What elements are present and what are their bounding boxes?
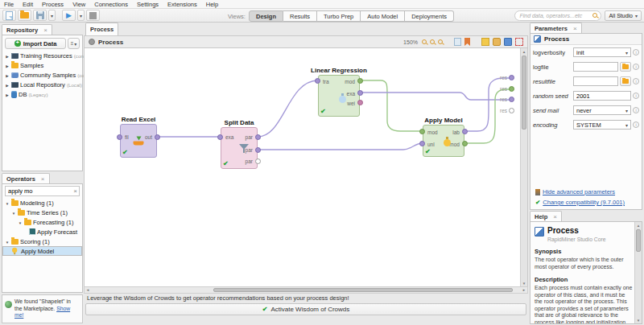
resultfile-browse-button[interactable] [620, 76, 631, 86]
process-tab[interactable]: Process [85, 23, 118, 35]
show-process-icon[interactable] [504, 38, 512, 46]
operator-group-time-series[interactable]: Time Series (1) [2, 208, 82, 217]
menu-connections[interactable]: Connections [94, 1, 128, 8]
canvas-horizontal-scrollbar[interactable] [84, 286, 528, 294]
port-wei[interactable] [357, 100, 363, 105]
tab-deployments[interactable]: Deployments [405, 10, 454, 22]
result-port-2[interactable] [509, 86, 514, 92]
logfile-browse-button[interactable] [620, 62, 631, 72]
menu-process[interactable]: Process [42, 1, 64, 8]
change-compatibility-link[interactable]: Change compatibility (9.7.001) [543, 199, 625, 206]
port-unl[interactable] [419, 141, 425, 146]
repository-tab[interactable]: Repository [2, 24, 52, 35]
port-mod-in[interactable] [419, 129, 425, 134]
port-tra[interactable] [315, 78, 320, 84]
breadcrumb[interactable]: Process [98, 39, 123, 46]
zoom-out-icon[interactable] [422, 39, 427, 44]
info-icon[interactable] [633, 93, 639, 99]
result-port-3[interactable] [509, 97, 514, 102]
info-icon[interactable] [633, 78, 639, 84]
activate-wisdom-button[interactable]: Activate Wisdom of Crowds [85, 303, 526, 315]
operator-group-scoring[interactable]: Scoring (1) [2, 237, 82, 246]
menu-help[interactable]: Help [206, 1, 218, 8]
logverbosity-select[interactable]: init [573, 47, 631, 57]
collapse-arrow-icon[interactable] [18, 219, 23, 226]
expand-arrow-icon[interactable] [5, 91, 10, 98]
tab-results[interactable]: Results [283, 10, 317, 22]
port-mod-out[interactable] [462, 141, 468, 146]
stop-process-button[interactable] [86, 10, 100, 21]
menu-settings[interactable]: Settings [137, 1, 159, 8]
scrollbar-thumb[interactable] [213, 288, 513, 292]
resultfile-input[interactable] [573, 76, 618, 86]
port-par-1[interactable] [255, 134, 261, 140]
port-par-2[interactable] [255, 147, 261, 153]
help-scrollbar[interactable] [634, 222, 642, 323]
process-canvas[interactable]: Read Excel fil out Split Data exa par pa… [84, 48, 528, 286]
repo-item-local-repository[interactable]: Local Repository(Local) [2, 80, 82, 89]
clear-search-icon[interactable] [73, 187, 77, 195]
info-icon[interactable] [633, 49, 639, 56]
operator-read-excel[interactable]: Read Excel fil out [120, 124, 157, 158]
help-tab[interactable]: Help [530, 211, 562, 221]
scroll-up-icon[interactable] [635, 222, 642, 228]
scrollbar-thumb[interactable] [522, 56, 526, 130]
menu-edit[interactable]: Edit [23, 1, 33, 8]
port-exa[interactable] [357, 90, 363, 96]
port-fil[interactable] [117, 134, 122, 140]
wire-splitdata-applymodel[interactable] [258, 143, 423, 150]
repo-item-samples[interactable]: Samples [2, 60, 82, 70]
menu-extensions[interactable]: Extensions [167, 1, 197, 8]
auto-layout-icon[interactable] [515, 38, 523, 46]
operator-search-input[interactable] [5, 186, 80, 196]
bookmark-icon[interactable] [464, 38, 470, 46]
info-icon[interactable] [633, 121, 639, 128]
close-icon[interactable] [573, 25, 577, 32]
repo-item-community-samples[interactable]: Community Samples(connected) [2, 70, 82, 80]
expand-arrow-icon[interactable] [5, 72, 10, 79]
auto-wire-icon[interactable] [493, 38, 501, 46]
collapse-arrow-icon[interactable] [5, 200, 10, 207]
encoding-select[interactable]: SYSTEM [573, 120, 631, 130]
operator-split-data[interactable]: Split Data exa par par par [221, 127, 258, 169]
operator-group-forecasting[interactable]: Forecasting (1) [2, 217, 82, 227]
collapse-arrow-icon[interactable] [5, 238, 10, 245]
menu-view[interactable]: View [72, 1, 85, 8]
operator-item-apply-forecast[interactable]: Apply Forecast [2, 227, 82, 237]
import-data-button[interactable]: Import Data [5, 38, 66, 49]
scrollbar-thumb[interactable] [636, 229, 641, 252]
tab-design[interactable]: Design [249, 10, 283, 22]
expand-arrow-icon[interactable] [5, 52, 10, 60]
expand-arrow-icon[interactable] [5, 62, 10, 69]
port-exa[interactable] [217, 134, 223, 140]
close-icon[interactable] [553, 213, 557, 220]
port-lab[interactable] [462, 129, 468, 134]
scroll-up-icon[interactable] [521, 48, 527, 55]
result-port-1[interactable] [509, 75, 514, 80]
collapse-arrow-icon[interactable] [11, 209, 16, 216]
repository-menu-button[interactable] [68, 38, 80, 49]
port-par-3[interactable] [255, 158, 261, 164]
result-port-4[interactable] [509, 108, 514, 113]
logfile-input[interactable] [573, 62, 618, 72]
close-icon[interactable] [41, 175, 45, 183]
port-out[interactable] [155, 134, 160, 140]
info-icon[interactable] [633, 107, 639, 113]
zoom-in-icon[interactable] [430, 39, 435, 44]
run-dropdown-button[interactable] [77, 10, 85, 21]
port-mod[interactable] [357, 78, 363, 84]
scroll-down-icon[interactable] [521, 280, 527, 286]
run-process-button[interactable] [62, 10, 76, 21]
operators-tab[interactable]: Operators [2, 173, 50, 183]
operator-apply-model[interactable]: Apply Model mod unl lab mod [423, 125, 464, 157]
operator-item-apply-model[interactable]: Apply Model [2, 246, 82, 256]
repo-item-training-resources[interactable]: Training Resources(connected) [2, 51, 82, 60]
global-search-input[interactable] [514, 10, 601, 21]
parameters-tab[interactable]: Parameters [530, 23, 582, 33]
save-process-button[interactable] [33, 10, 47, 21]
search-scope-dropdown[interactable]: All Studio [605, 10, 642, 21]
operator-group-modeling[interactable]: Modeling (1) [2, 198, 76, 208]
close-icon[interactable] [43, 27, 47, 34]
scroll-right-icon[interactable] [521, 287, 527, 293]
copy-process-icon[interactable] [454, 38, 461, 46]
